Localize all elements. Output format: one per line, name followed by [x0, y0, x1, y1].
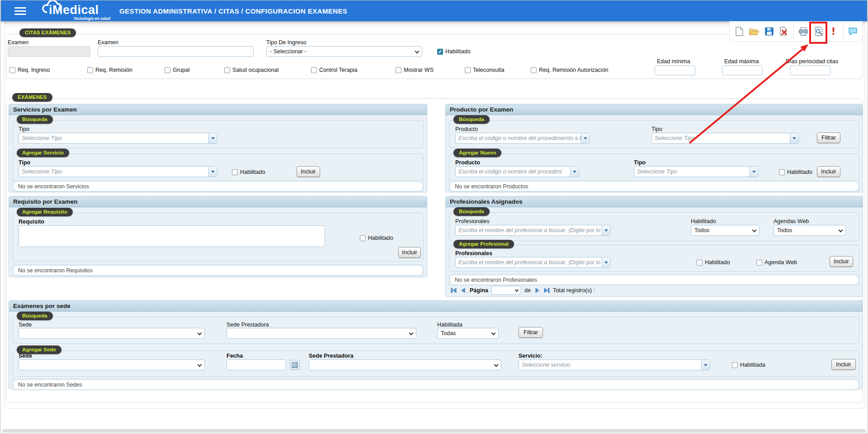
agenda-web-label: Agenda Web	[764, 259, 797, 266]
agregar-nuevo-producto-combobox[interactable]: Escriba el código o nombre del procedimi	[455, 166, 579, 177]
req-remision-autorizacion-checkbox[interactable]	[531, 67, 537, 73]
dropdown-button[interactable]	[790, 133, 798, 143]
edad-minima-input[interactable]	[655, 65, 695, 75]
grupal-checkbox[interactable]	[165, 67, 170, 73]
agregar-servicio-habilitado-checkbox[interactable]	[232, 169, 238, 175]
habilitado-checkbox-group[interactable]: Habilitado	[437, 48, 471, 55]
req-ingreso-checkbox[interactable]	[9, 67, 15, 73]
open-folder-icon[interactable]	[749, 26, 760, 37]
profesionales-habilitado-value: Todos	[694, 227, 709, 233]
dias-periocidad-citas-input[interactable]	[790, 65, 830, 75]
salud-ocupacional-label: Salud ocupacional	[232, 67, 278, 73]
req-remision-autorizacion-checkbox-group[interactable]: Req. Remisión Autorización	[531, 67, 609, 73]
agregar-nuevo-incluir-button[interactable]: Incluir	[817, 166, 840, 177]
last-page-icon[interactable]	[543, 287, 550, 294]
dropdown-button[interactable]	[208, 167, 217, 177]
agregar-sede-sede-prestadora-select[interactable]	[309, 359, 501, 370]
agregar-sede-sede-select[interactable]	[19, 359, 205, 370]
req-remision-checkbox-group[interactable]: Req. Remisión	[87, 67, 132, 73]
agregar-profesional-habilitado-checkbox-group[interactable]: Habilitado	[697, 259, 730, 266]
new-document-icon[interactable]	[734, 26, 745, 37]
agregar-requisito-habilitado-checkbox-group[interactable]: Habilitado	[360, 235, 393, 241]
imedical-logo: iMedical Tecnología en salud	[44, 1, 108, 20]
sedes-empty-row: No se encontraron Sedes	[12, 379, 859, 390]
control-terapia-checkbox[interactable]	[311, 67, 317, 73]
dropdown-button[interactable]	[602, 257, 610, 267]
agregar-requisito-habilitado-checkbox[interactable]	[360, 235, 366, 241]
producto-empty-message: No se encontraron Productos	[450, 182, 858, 191]
dropdown-button[interactable]	[208, 133, 217, 143]
agregar-servicio-habilitado-checkbox-group[interactable]: Habilitado	[232, 169, 265, 175]
teleconsulta-checkbox-group[interactable]: Teleconsulta	[465, 67, 505, 73]
agendas-web-select[interactable]: Todos	[774, 225, 846, 236]
sedes-filtrar-button[interactable]: Filtrar	[519, 327, 543, 338]
edad-maxima-input[interactable]	[722, 65, 763, 75]
next-page-icon[interactable]	[534, 287, 540, 294]
tipo-de-ingreso-select[interactable]: - Seleccionar -	[266, 46, 422, 57]
producto-busqueda-producto-combobox[interactable]: Escriba el código o nombre del procedimi…	[455, 133, 590, 144]
save-icon[interactable]	[764, 26, 774, 37]
grupal-checkbox-group[interactable]: Grupal	[165, 67, 190, 73]
producto-por-examen-title: Producto por Examen	[446, 104, 863, 115]
print-icon[interactable]	[798, 26, 809, 37]
mostrar-ws-checkbox[interactable]	[396, 67, 401, 73]
agregar-sede-habilitada-checkbox-group[interactable]: Habilitada	[732, 362, 765, 368]
agregar-nuevo-habilitado-checkbox[interactable]	[779, 169, 785, 175]
dropdown-button[interactable]	[570, 167, 579, 177]
first-page-icon[interactable]	[451, 287, 457, 294]
dropdown-button[interactable]	[701, 360, 710, 370]
delete-document-icon[interactable]	[778, 26, 789, 37]
examen-input[interactable]	[98, 46, 254, 57]
previous-page-icon[interactable]	[460, 287, 467, 294]
agregar-profesional-habilitado-checkbox[interactable]	[697, 260, 703, 266]
agenda-web-checkbox[interactable]	[756, 260, 762, 266]
salud-ocupacional-checkbox-group[interactable]: Salud ocupacional	[224, 67, 278, 73]
page-select[interactable]	[491, 286, 521, 295]
habilitada-select[interactable]: Todas	[437, 328, 499, 339]
agregar-nuevo-tipo-placeholder: Seleccione Tipo	[634, 167, 750, 177]
servicios-busqueda-tipo-combobox[interactable]: Seleccione Tipo	[19, 133, 217, 144]
servicio-combobox[interactable]: Seleccione servicio	[519, 359, 710, 370]
producto-busqueda-tipo-combobox[interactable]: Seleccione Tipo	[651, 133, 799, 144]
sedes-busqueda-sede-prestadora-select[interactable]	[226, 328, 416, 339]
agregar-sede-incluir-button[interactable]: Incluir	[831, 359, 856, 370]
salud-ocupacional-checkbox[interactable]	[224, 67, 230, 73]
search-document-icon[interactable]	[813, 26, 824, 37]
sedes-busqueda-sede-select[interactable]	[19, 328, 205, 339]
dropdown-button[interactable]	[581, 133, 590, 143]
agregar-servicio-incluir-button[interactable]: Incluir	[297, 166, 320, 177]
profesionales-busqueda-combobox[interactable]: Escriba el nombre del profesional a busc…	[455, 225, 611, 236]
fecha-input[interactable]	[226, 359, 286, 370]
teleconsulta-checkbox[interactable]	[465, 67, 471, 73]
chat-icon[interactable]	[848, 26, 859, 37]
profesionales-habilitado-select[interactable]: Todos	[691, 225, 760, 236]
agregar-profesional-incluir-button[interactable]: Incluir	[830, 256, 853, 267]
servicios-busqueda-tipo-label: Tipo	[19, 126, 29, 132]
requisito-textarea[interactable]	[19, 225, 325, 247]
agregar-nuevo-tipo-combobox[interactable]: Seleccione Tipo	[634, 166, 759, 177]
triangle-down-icon	[752, 171, 756, 173]
horizontal-scrollbar[interactable]	[2, 429, 866, 433]
chevron-down-icon	[198, 331, 202, 336]
control-terapia-checkbox-group[interactable]: Control Terapia	[311, 67, 358, 73]
habilitado-checkbox[interactable]	[437, 49, 443, 55]
req-remision-checkbox[interactable]	[87, 67, 93, 73]
habilitado-label: Habilitado	[240, 169, 265, 175]
dropdown-button[interactable]	[602, 225, 610, 235]
profesionales-busqueda-legend: Búsqueda	[453, 207, 490, 216]
agregar-sede-habilitada-checkbox[interactable]	[732, 362, 738, 368]
agregar-nuevo-habilitado-checkbox-group[interactable]: Habilitado	[779, 169, 812, 175]
citas-examenes-legend: CITAS EXÁMENES	[19, 28, 76, 37]
alert-icon[interactable]: !	[828, 26, 839, 37]
agenda-web-checkbox-group[interactable]: Agenda Web	[756, 259, 797, 266]
agregar-servicio-tipo-combobox[interactable]: Seleccione Tipo	[19, 166, 217, 177]
dropdown-button[interactable]	[750, 167, 758, 177]
hamburger-menu-icon[interactable]	[14, 7, 26, 15]
agregar-profesional-combobox[interactable]: Escriba el nombre del profesional a busc…	[455, 257, 611, 268]
req-ingreso-checkbox-group[interactable]: Req. Ingreso	[9, 67, 50, 73]
mostrar-ws-checkbox-group[interactable]: Mostrar WS	[396, 67, 434, 73]
agregar-requisito-incluir-button[interactable]: Incluir	[398, 247, 421, 258]
producto-filtrar-button[interactable]: Filtrar	[817, 132, 840, 143]
de-label: de	[524, 287, 531, 294]
calendar-icon[interactable]	[290, 360, 300, 370]
